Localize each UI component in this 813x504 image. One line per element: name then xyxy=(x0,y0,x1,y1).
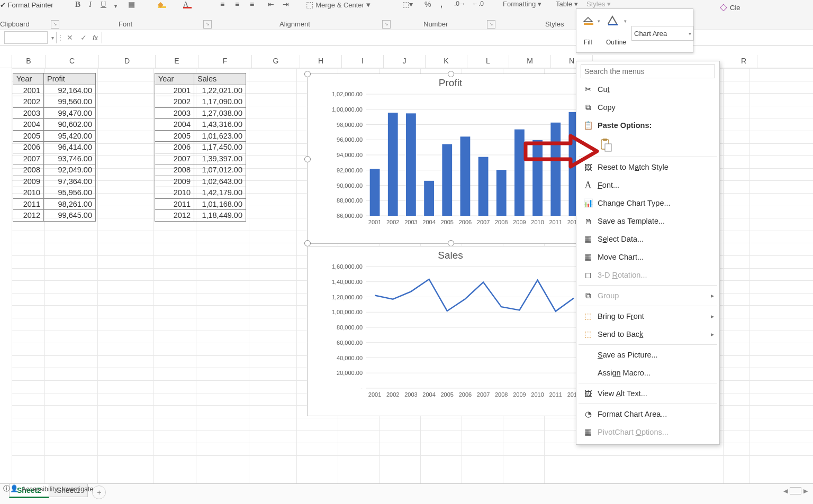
context-send-back[interactable]: ⬚Send to Back▸ xyxy=(576,325,719,343)
decrease-indent-button[interactable]: ⇤ xyxy=(268,0,274,8)
accessibility-icon[interactable]: ⓘ👤 xyxy=(3,484,19,493)
clipboard-dialog-launcher[interactable]: ↘ xyxy=(51,20,59,29)
group-icon: ⧉ xyxy=(582,291,594,300)
column-header[interactable]: L xyxy=(467,55,509,68)
svg-text:2009: 2009 xyxy=(513,391,526,398)
sales-table-h1: Year xyxy=(155,74,194,85)
column-header[interactable]: R xyxy=(730,55,757,68)
conditional-formatting-button[interactable]: Formatting ▾ xyxy=(503,0,541,8)
column-header[interactable]: H xyxy=(300,55,342,68)
context-view-alt-text[interactable]: 🖼View Alt Text... xyxy=(576,384,719,402)
context-bring-front[interactable]: ⬚Bring to Front▸ xyxy=(576,307,719,325)
accessibility-status[interactable]: Accessibility: Investigate xyxy=(22,485,93,493)
alignment-dialog-launcher[interactable]: ↘ xyxy=(382,20,391,29)
align-middle-button[interactable]: ≡ xyxy=(235,0,239,8)
number-dialog-launcher[interactable]: ↘ xyxy=(487,20,495,29)
column-header[interactable]: I xyxy=(342,55,384,68)
percent-button[interactable]: % xyxy=(424,0,431,8)
font-group-label: Font xyxy=(119,20,132,28)
context-assign-macro[interactable]: Assign Macro... xyxy=(576,364,719,382)
increase-decimal-button[interactable]: .0→ xyxy=(454,0,466,7)
svg-text:2001: 2001 xyxy=(368,391,381,398)
align-bottom-button[interactable]: ≡ xyxy=(250,0,254,8)
profit-table-h2: Profit xyxy=(44,74,96,85)
bold-button[interactable]: B xyxy=(75,0,80,9)
align-top-button[interactable]: ≡ xyxy=(220,0,224,8)
chart-element-dropdown[interactable]: Chart Area▾ xyxy=(631,26,694,41)
svg-text:40,000.00: 40,000.00 xyxy=(337,355,363,361)
font-dialog-launcher[interactable]: ↘ xyxy=(203,20,212,29)
context-save-picture[interactable]: Save as Picture... xyxy=(576,346,719,364)
context-search-input[interactable] xyxy=(581,65,715,78)
horizontal-scroll[interactable]: ◀ ▶ xyxy=(783,487,808,494)
mini-outline-dropdown[interactable]: ▾ xyxy=(624,19,627,24)
svg-rect-0 xyxy=(584,23,593,25)
formula-input[interactable] xyxy=(101,32,813,43)
svg-text:98,000.00: 98,000.00 xyxy=(337,122,363,128)
column-header[interactable]: K xyxy=(426,55,467,68)
column-header[interactable]: C xyxy=(46,55,99,68)
borders-button[interactable]: ▦ xyxy=(128,0,135,8)
name-box-dropdown[interactable]: ▾ xyxy=(49,32,57,43)
column-header[interactable]: D xyxy=(99,55,156,68)
column-header[interactable]: B xyxy=(12,55,46,68)
svg-rect-75 xyxy=(603,139,607,141)
svg-text:2010: 2010 xyxy=(531,219,544,225)
svg-text:1,02,000.00: 1,02,000.00 xyxy=(332,91,363,97)
svg-text:88,000.00: 88,000.00 xyxy=(337,197,363,204)
svg-text:1,40,000.00: 1,40,000.00 xyxy=(332,279,363,285)
context-format-chart-area[interactable]: ◔Format Chart Area... xyxy=(576,405,719,423)
sheet-tab-bar: Sheet2 Sheet1 + ◀ ▶ xyxy=(0,483,813,504)
font-color-button[interactable]: A xyxy=(183,0,192,8)
increase-indent-button[interactable]: ⇥ xyxy=(283,0,289,8)
add-sheet-button[interactable]: + xyxy=(92,485,106,499)
context-change-chart-type[interactable]: 📊Change Chart Type... xyxy=(576,194,719,212)
svg-text:2009: 2009 xyxy=(513,219,526,225)
decrease-decimal-button[interactable]: ←.0 xyxy=(472,0,484,7)
enter-formula-button[interactable]: ✓ xyxy=(77,33,91,42)
context-copy[interactable]: ⧉Copy xyxy=(576,98,719,116)
column-header[interactable]: M xyxy=(509,55,551,68)
name-box[interactable] xyxy=(4,31,48,44)
fill-color-button[interactable]: ◆ xyxy=(158,0,166,8)
svg-text:2003: 2003 xyxy=(404,391,417,398)
svg-text:2004: 2004 xyxy=(422,219,435,225)
column-header[interactable]: E xyxy=(156,55,198,68)
mini-outline-label: Outline xyxy=(606,39,626,46)
svg-text:2002: 2002 xyxy=(386,391,399,398)
chart-context-menu: ✂Cut ⧉Copy 📋Paste Options: 🖼Reset to Mat… xyxy=(576,61,720,445)
mini-fill-button[interactable] xyxy=(581,12,595,27)
column-header[interactable]: F xyxy=(198,55,252,68)
merge-center-button[interactable]: ⬚ Merge & Center ▾ xyxy=(306,0,371,10)
profit-table[interactable]: Year Profit 200192,164.00200299,560.0020… xyxy=(13,73,96,222)
cancel-formula-button[interactable]: ✕ xyxy=(63,33,77,42)
context-search[interactable] xyxy=(581,65,715,78)
svg-rect-34 xyxy=(496,170,507,216)
mini-outline-button[interactable] xyxy=(606,12,621,27)
svg-rect-28 xyxy=(442,144,452,216)
format-table-button[interactable]: Table ▾ xyxy=(556,0,578,8)
context-select-data[interactable]: ▦Select Data... xyxy=(576,230,719,248)
italic-button[interactable]: I xyxy=(89,0,92,9)
comma-button[interactable]: , xyxy=(440,0,442,8)
svg-text:60,000.00: 60,000.00 xyxy=(337,340,363,346)
pivot-icon: ▦ xyxy=(582,427,594,437)
column-header[interactable]: J xyxy=(384,55,426,68)
sales-table[interactable]: Year Sales 20011,22,021.0020021,17,090.0… xyxy=(155,73,246,222)
number-format-button[interactable]: ⬚▾ xyxy=(402,0,413,8)
cell-styles-button[interactable]: Styles ▾ xyxy=(586,0,611,8)
format-painter-button[interactable]: ✔ Format Painter xyxy=(0,1,53,9)
svg-rect-26 xyxy=(424,181,434,216)
context-font[interactable]: AFont... xyxy=(576,176,719,194)
fx-label[interactable]: fx xyxy=(93,34,98,42)
mini-fill-dropdown[interactable]: ▾ xyxy=(598,19,600,24)
context-move-chart[interactable]: ▦Move Chart... xyxy=(576,248,719,266)
sales-chart[interactable]: Sales -20,000.0040,000.0060,000.0080,000… xyxy=(307,246,594,416)
underline-dropdown[interactable]: ▾ xyxy=(114,3,117,9)
clear-icon[interactable]: ◇ Cle xyxy=(720,1,740,13)
context-cut[interactable]: ✂Cut xyxy=(576,80,719,98)
column-header[interactable]: G xyxy=(252,55,300,68)
bring-front-icon: ⬚ xyxy=(582,311,594,321)
context-save-template[interactable]: 🗎Save as Template... xyxy=(576,212,719,230)
underline-button[interactable]: U xyxy=(101,0,106,9)
